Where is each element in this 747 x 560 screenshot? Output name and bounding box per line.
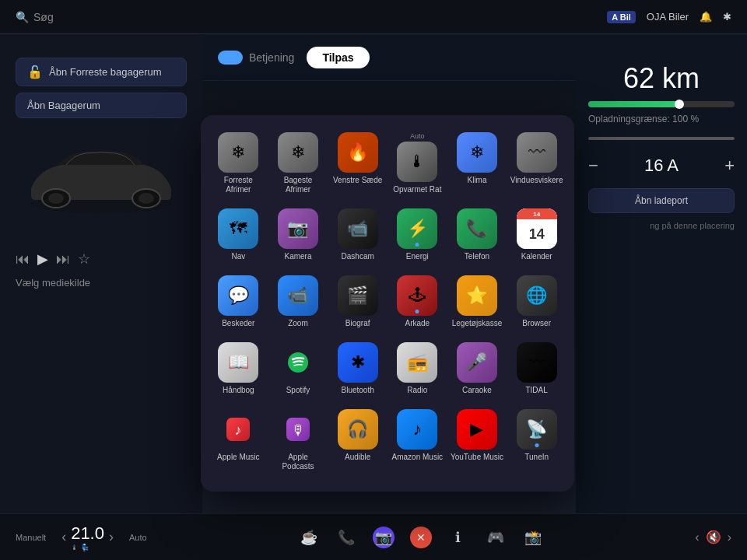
amazon-music-label: Amazon Music — [392, 453, 444, 462]
games-icon[interactable]: 🎮 — [485, 527, 507, 548]
temp-value: 21.0 — [71, 523, 104, 544]
app-item-apple-music[interactable]: ♪ Apple Music — [210, 404, 267, 476]
app-item-bageste-afrimer[interactable]: ❄ Bageste Afrimer — [270, 128, 327, 199]
app-item-tidal[interactable]: 〰 TIDAL — [508, 338, 565, 400]
open-trunk-label: Åbn Bagagerum — [27, 100, 100, 111]
play-icon[interactable]: ▶ — [37, 250, 48, 268]
app-item-nav[interactable]: 🗺 Nav — [210, 204, 267, 266]
app-item-biograf[interactable]: 🎬 Biograf — [329, 271, 386, 333]
seat-icon: 💺 — [81, 544, 89, 551]
audible-label: Audible — [345, 453, 370, 462]
app-item-vinduesviskere[interactable]: 〰 Vinduesviskere — [508, 128, 565, 199]
temp-increase-button[interactable]: › — [109, 529, 114, 545]
app-item-kamera[interactable]: 📷 Kamera — [270, 204, 327, 266]
telefon-icon: 📞 — [457, 208, 497, 249]
car-silhouette — [23, 145, 179, 215]
app-item-legetojskasse[interactable]: ⭐ Legetøjskasse — [449, 271, 506, 333]
telefon-label: Telefon — [465, 252, 489, 261]
tilpas-button[interactable]: Tilpas — [307, 47, 369, 68]
opvarmet-rat-icon: 🌡 — [397, 142, 437, 182]
dashcam-icon: 📹 — [338, 208, 378, 249]
media-source-label: Vælg mediekilde — [16, 277, 187, 289]
beskeder-icon: 💬 — [218, 275, 258, 316]
temperature-display: 21.0 — [71, 523, 104, 544]
open-front-trunk-label: Åbn Forreste bagagerum — [49, 66, 162, 78]
favorite-icon[interactable]: ☆ — [78, 250, 90, 268]
increase-ampere-button[interactable]: + — [724, 156, 735, 176]
control-bar: Betjening Tilpas — [202, 34, 576, 81]
app-item-amazon-music[interactable]: ♪ Amazon Music — [389, 404, 446, 476]
coffee-icon[interactable]: ☕ — [298, 527, 320, 548]
bageste-afrimer-icon: ❄ — [278, 132, 318, 173]
camera-bottom-icon[interactable]: 📷 — [373, 527, 395, 548]
app-item-spotify[interactable]: Spotify — [270, 338, 327, 400]
ampere-control[interactable]: − 16 A + — [588, 156, 735, 176]
prev-icon[interactable]: ⏮ — [16, 251, 30, 268]
app-item-caraoke[interactable]: 🎤 Caraoke — [449, 338, 506, 400]
oja-badge: A Bil — [607, 11, 636, 23]
app-item-youtube-music[interactable]: ▶ YouTube Music — [449, 404, 506, 476]
app-item-dashcam[interactable]: 📹 Dashcam — [329, 204, 386, 266]
app-item-browser[interactable]: 🌐 Browser — [508, 271, 565, 333]
nav-label: Nav — [231, 252, 245, 261]
app-item-apple-podcasts[interactable]: 🎙 Apple Podcasts — [270, 404, 327, 476]
nav-right-icon[interactable]: › — [728, 530, 731, 544]
kalender-label: Kalender — [521, 252, 552, 261]
betjening-toggle[interactable]: Betjening — [218, 51, 294, 65]
klima-icon: ❄ — [457, 132, 497, 173]
app-item-haandbog[interactable]: 📖 Håndbog — [210, 338, 267, 400]
apple-music-icon: ♪ — [218, 409, 258, 450]
tidal-icon: 〰 — [517, 342, 557, 383]
distance-display: 62 km — [588, 62, 735, 95]
app-item-energi[interactable]: ⚡ Energi — [389, 204, 446, 266]
volume-icon[interactable]: 🔇 — [706, 530, 721, 544]
kalender-icon: 14 14 — [517, 208, 557, 249]
spotify-label: Spotify — [286, 386, 310, 395]
app-item-zoom[interactable]: 📹 Zoom — [270, 271, 327, 333]
energi-icon: ⚡ — [397, 208, 437, 249]
app-item-forreste-afrimer[interactable]: ❄ Forreste Afrimer — [210, 128, 267, 199]
beskeder-label: Beskeder — [222, 319, 254, 328]
temp-mode-label: Manuelt — [16, 533, 46, 542]
app-item-radio[interactable]: 📻 Radio — [389, 338, 446, 400]
phone-icon[interactable]: 📞 — [335, 527, 357, 548]
temp-decrease-button[interactable]: ‹ — [61, 529, 66, 545]
bottom-icons: ☕ 📞 📷 ✕ ℹ 🎮 📸 — [298, 527, 544, 548]
app-item-venstre-saede[interactable]: 🔥 Venstre Sæde — [329, 128, 386, 199]
charge-limit-label: Opladningsgrænse: 100 % — [588, 114, 735, 124]
bluetooth-label: Bluetooth — [342, 386, 374, 395]
tunein-icon: 📡 — [517, 409, 557, 450]
apple-podcasts-icon: 🎙 — [278, 409, 318, 450]
toggle-switch[interactable] — [218, 51, 243, 65]
open-front-trunk-button[interactable]: 🔓 Åbn Forreste bagagerum — [16, 58, 187, 86]
top-bar: 🔍 Søg A Bil OJA Biler 🔔 ✱ — [0, 0, 747, 34]
svg-point-4 — [139, 193, 154, 204]
venstre-saede-label: Venstre Sæde — [333, 176, 382, 185]
app-item-tunein[interactable]: 📡 TuneIn — [508, 404, 565, 476]
app-item-audible[interactable]: 🎧 Audible — [329, 404, 386, 476]
forreste-afrimer-icon: ❄ — [218, 132, 258, 173]
app-item-kalender[interactable]: 14 14 Kalender — [508, 204, 565, 266]
app-item-klima[interactable]: ❄ Klima — [449, 128, 506, 199]
kamera-label: Kamera — [284, 252, 311, 261]
open-ladeport-button[interactable]: Åbn ladeport — [588, 188, 735, 213]
amazon-music-icon: ♪ — [397, 409, 437, 450]
close-icon[interactable]: ✕ — [410, 527, 432, 548]
opvarmet-rat-label: Opvarmet Rat — [393, 185, 441, 194]
spotify-icon — [278, 342, 318, 383]
nav-left-icon[interactable]: ‹ — [695, 530, 699, 544]
app-item-opvarmet-rat[interactable]: Auto 🌡 Opvarmet Rat — [389, 128, 446, 199]
app-item-telefon[interactable]: 📞 Telefon — [449, 204, 506, 266]
next-icon[interactable]: ⏭ — [56, 251, 70, 268]
info-icon[interactable]: ℹ — [447, 527, 469, 548]
app-item-arkade[interactable]: 🕹 Arkade — [389, 271, 446, 333]
app-item-bluetooth[interactable]: ✱ Bluetooth — [329, 338, 386, 400]
energi-label: Energi — [406, 252, 429, 261]
apple-podcasts-label: Apple Podcasts — [272, 453, 325, 471]
open-trunk-button[interactable]: Åbn Bagagerum — [16, 93, 187, 118]
search-area[interactable]: 🔍 Søg — [16, 11, 54, 23]
app-item-beskeder[interactable]: 💬 Beskeder — [210, 271, 267, 333]
biograf-label: Biograf — [345, 319, 370, 328]
camera2-icon[interactable]: 📸 — [522, 527, 544, 548]
decrease-ampere-button[interactable]: − — [588, 156, 598, 176]
